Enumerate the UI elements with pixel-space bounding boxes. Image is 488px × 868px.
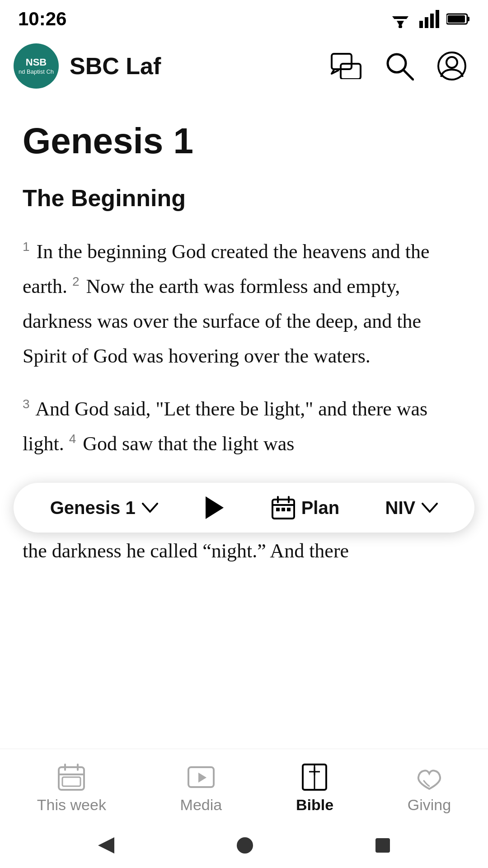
header-actions [327,48,470,84]
plan-label: Plan [301,498,339,518]
svg-marker-17 [206,496,224,519]
svg-rect-23 [282,508,285,511]
svg-rect-7 [436,10,439,28]
messages-icon [331,53,361,79]
bible-icon [300,763,329,792]
svg-rect-29 [62,777,80,786]
svg-rect-9 [467,17,469,21]
home-icon [236,836,254,854]
svg-point-16 [446,57,457,68]
nav-giving[interactable]: Giving [399,758,460,818]
nav-media[interactable]: Media [171,758,231,818]
text-peek: the darkness he called “night.” And ther… [23,533,465,568]
calendar-icon [272,496,295,519]
signal-icon [419,10,439,28]
svg-line-14 [404,70,413,80]
verse-1-num: 1 [23,240,30,254]
header-left: NSB nd Baptist Ch SBC Laf [14,43,161,89]
bible-content: Genesis 1 The Beginning 1 In the beginni… [0,98,488,461]
status-icons [389,10,470,28]
version-label: NIV [385,498,416,518]
nav-this-week[interactable]: This week [28,758,115,818]
svg-rect-5 [425,17,428,28]
profile-button[interactable] [434,48,470,84]
giving-icon [415,763,444,792]
svg-rect-22 [276,508,280,511]
this-week-icon [57,763,86,792]
home-button[interactable] [236,836,254,854]
play-button[interactable] [204,495,225,520]
nav-bible[interactable]: Bible [287,758,343,818]
verse-3-num: 3 [23,397,30,411]
app-logo[interactable]: NSB nd Baptist Ch [14,43,59,89]
wifi-icon [389,10,412,28]
search-button[interactable] [381,48,418,84]
android-nav [0,823,488,868]
svg-rect-10 [448,15,465,23]
nav-media-label: Media [180,796,222,814]
verse-4-num: 4 [69,432,76,446]
chapter-title: Genesis 1 [23,120,465,162]
section-heading: The Beginning [23,184,465,212]
svg-rect-6 [430,14,434,28]
verse-4-text: God saw that the light was [78,433,294,455]
back-icon [96,835,116,855]
status-bar: 10:26 [0,0,488,34]
recents-icon [374,836,392,854]
status-time: 10:26 [18,8,66,30]
floating-toolbar: Genesis 1 Plan NIV [14,483,474,533]
back-button[interactable] [96,835,116,855]
nav-this-week-label: This week [37,796,106,814]
media-icon [187,763,216,792]
verse-2-text: Now the earth was formless and empty, da… [23,275,421,367]
profile-icon [437,52,466,80]
bottom-navigation: This week Media Bible Giving [0,749,488,823]
nav-giving-label: Giving [408,796,451,814]
chapter-selector-label: Genesis 1 [50,498,136,518]
nav-bible-label: Bible [296,796,333,814]
verse-2-num: 2 [72,274,80,288]
svg-marker-31 [198,773,206,783]
battery-icon [446,12,470,26]
svg-rect-4 [419,21,423,28]
svg-rect-38 [375,838,390,853]
app-header: NSB nd Baptist Ch SBC Laf [0,34,488,98]
svg-rect-24 [287,508,291,511]
messages-button[interactable] [327,49,365,83]
play-icon [204,495,225,520]
chevron-down-icon [142,503,158,513]
version-selector-button[interactable]: NIV [385,498,438,518]
verse-3-block: 3 And God said, "Let there be light," an… [23,392,465,461]
svg-marker-36 [98,837,114,854]
plan-button[interactable]: Plan [272,496,339,519]
chapter-selector-button[interactable]: Genesis 1 [50,498,158,518]
verse-1-block: 1 In the beginning God created the heave… [23,234,465,373]
version-chevron-down-icon [422,503,438,513]
svg-point-37 [237,837,253,854]
search-icon [385,52,414,80]
app-title: SBC Laf [70,52,161,80]
recents-button[interactable] [374,836,392,854]
